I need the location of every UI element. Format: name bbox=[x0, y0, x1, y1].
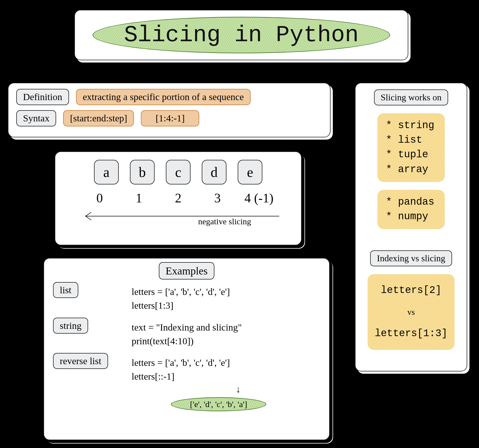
example-label-list: list bbox=[53, 282, 78, 298]
example-code-reverse: letters = ['a', 'b', 'c', 'd', 'e'] lett… bbox=[132, 356, 266, 411]
title-card: Slicing in Python bbox=[74, 10, 408, 60]
index-label: 1 bbox=[127, 191, 151, 205]
index-label: 4 (-1) bbox=[244, 191, 269, 205]
works-on-group-2: * pandas * numpy bbox=[377, 190, 445, 229]
sidebar-card: Slicing works on * string * list * tuple… bbox=[355, 83, 467, 371]
down-arrow-icon: ↓ bbox=[210, 382, 266, 396]
example-label-reverse: reverse list bbox=[53, 353, 108, 369]
syntax-example: [1:4:-1] bbox=[141, 110, 199, 126]
works-on-label: Slicing works on bbox=[374, 89, 448, 105]
negative-slicing-label: negative slicing bbox=[198, 217, 251, 226]
compare-slicing: letters[1:3] bbox=[375, 326, 447, 341]
syntax-label: Syntax bbox=[16, 110, 56, 126]
index-label: 3 bbox=[205, 191, 230, 205]
examples-card: Examples list letters = ['a', 'b', 'c', … bbox=[43, 258, 330, 440]
compare-box: letters[2] vs letters[1:3] bbox=[368, 274, 455, 350]
letters-card: a b c d e 0 1 2 3 4 (-1) negative slicin… bbox=[55, 151, 302, 245]
title-ellipse: Slicing in Python bbox=[93, 17, 390, 53]
definition-label: Definition bbox=[16, 89, 69, 105]
definition-card: Definition extracting a specific portion… bbox=[8, 83, 331, 137]
example-code-string: text = "Indexing and slicing" print(text… bbox=[132, 320, 242, 348]
works-on-group-1: * string * list * tuple * array bbox=[377, 113, 445, 182]
letter-box: c bbox=[166, 160, 191, 184]
letter-box: e bbox=[238, 160, 262, 184]
compare-indexing: letters[2] bbox=[381, 283, 441, 298]
reverse-result: ['e', 'd', 'c', 'b', 'a'] bbox=[171, 397, 266, 411]
example-label-string: string bbox=[53, 318, 88, 334]
letter-box: d bbox=[202, 160, 226, 184]
compare-label: Indexing vs slicing bbox=[370, 250, 452, 266]
compare-vs: vs bbox=[407, 306, 415, 318]
index-label: 2 bbox=[166, 191, 191, 205]
index-label: 0 bbox=[87, 191, 112, 205]
example-code-list: letters = ['a', 'b', 'c', 'd', 'e'] lett… bbox=[132, 285, 230, 313]
page-title: Slicing in Python bbox=[124, 22, 359, 48]
examples-title: Examples bbox=[159, 262, 214, 280]
letter-box: b bbox=[130, 160, 155, 184]
syntax-pattern: [start:end:step] bbox=[63, 110, 134, 126]
negative-arrow: negative slicing bbox=[66, 211, 290, 227]
letter-box: a bbox=[94, 160, 119, 184]
definition-text: extracting a specific portion of a seque… bbox=[76, 89, 251, 105]
